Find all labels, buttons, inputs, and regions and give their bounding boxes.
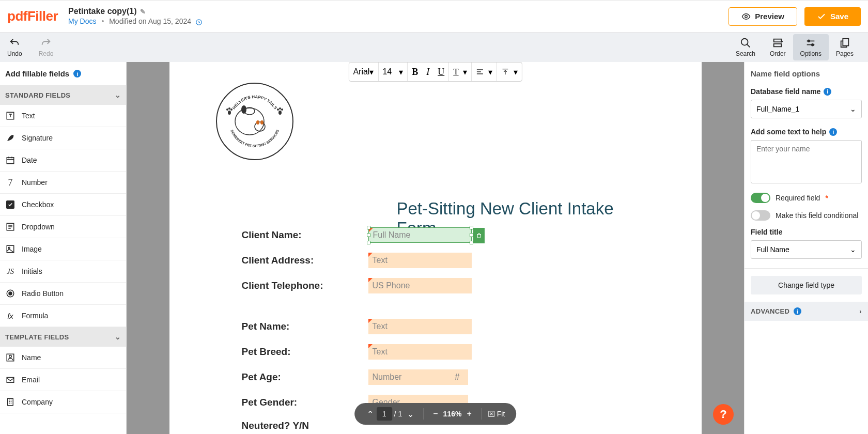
field-name[interactable]: Name [0,347,126,369]
field-checkbox[interactable]: Checkbox [0,194,126,216]
history-icon[interactable] [195,19,203,26]
document-page[interactable]: HELYER'S HAPPY TAILS SOMERSET PET-SITTIN… [169,62,702,434]
field-pet-breed[interactable]: Text [368,344,472,360]
resize-handle[interactable] [367,234,370,237]
field-pet-age[interactable]: Number# [368,369,468,385]
field-signature-label: Signature [22,134,53,142]
field-text[interactable]: Text [0,105,126,127]
resize-handle[interactable] [470,241,473,244]
breadcrumb-mydocs[interactable]: My Docs [68,17,96,25]
field-client-telephone[interactable]: US Phone [368,278,472,293]
field-company[interactable]: Company [0,391,126,413]
divider [423,408,424,420]
field-client-name[interactable]: Full Name [368,227,472,243]
business-logo: HELYER'S HAPPY TAILS SOMERSET PET-SITTIN… [216,83,293,160]
template-fields-header[interactable]: TEMPLATE FIELDS ⌄ [0,327,126,347]
align-button[interactable]: ▾ [472,63,497,81]
conditional-toggle[interactable] [751,210,770,221]
field-title-select[interactable]: Full Name⌄ [751,240,862,259]
svg-point-27 [228,111,231,115]
save-button[interactable]: Save [804,7,861,26]
italic-button[interactable]: I [422,65,433,80]
redo-button[interactable]: Redo [39,37,54,57]
info-icon[interactable]: i [824,88,831,96]
text-color-button[interactable]: T▾ [449,63,471,81]
resize-handle[interactable] [367,241,370,244]
top-actions: Preview Save [729,7,861,26]
preview-button[interactable]: Preview [729,7,797,26]
redo-icon [40,37,52,49]
prev-page-button[interactable]: ⌃ [364,406,377,422]
svg-rect-18 [8,398,13,406]
label-pet-gender: Pet Gender: [242,397,368,408]
info-icon[interactable]: i [829,128,837,136]
advanced-section-header[interactable]: ADVANCED i › [745,302,868,321]
svg-text:SOMERSET PET-SITTING SERVICES: SOMERSET PET-SITTING SERVICES [230,129,280,148]
zoom-out-button[interactable]: − [430,406,441,422]
undo-button[interactable]: Undo [7,37,22,57]
placeholder-text: US Phone [373,281,410,290]
fit-button[interactable]: Fit [484,410,512,418]
resize-handle[interactable] [470,234,473,237]
svg-point-28 [226,109,228,111]
text-icon [5,111,16,121]
initials-icon: JS [5,266,16,276]
document-meta: My Docs • Modified on Aug 15, 2024 [68,17,729,25]
standard-fields-label: STANDARD FIELDS [5,91,70,99]
resize-handle[interactable] [367,226,370,229]
next-page-button[interactable]: ⌄ [404,406,417,422]
resize-handle[interactable] [470,226,473,229]
field-signature[interactable]: Signature [0,127,126,149]
search-button[interactable]: Search [729,34,763,60]
zoom-in-button[interactable]: + [463,406,474,422]
required-toggle[interactable] [751,193,770,203]
field-client-address[interactable]: Text [368,253,472,268]
options-button[interactable]: Options [793,34,829,60]
label-client-telephone: Client Telephone: [242,280,368,291]
order-label: Order [770,50,786,57]
order-button[interactable]: Order [763,34,793,60]
valign-button[interactable]: ▾ [497,63,522,81]
help-button[interactable]: ? [713,404,734,425]
db-name-select[interactable]: Full_Name_1⌄ [751,100,862,118]
number-symbol: # [455,372,459,382]
options-icon [805,37,816,49]
svg-point-14 [9,292,12,295]
pages-button[interactable]: Pages [829,34,861,60]
change-field-type-button[interactable]: Change field type [751,276,862,295]
info-icon[interactable]: i [794,307,801,315]
field-image[interactable]: Image [0,238,126,260]
chevron-down-icon: ⌄ [850,245,856,254]
size-select[interactable]: 14▾ [378,63,408,81]
add-fields-label: Add fillable fields [5,69,69,78]
search-label: Search [736,50,755,57]
check-icon [817,12,826,21]
font-select[interactable]: Arial▾ [349,63,378,81]
modified-date: Modified on Aug 15, 2024 [109,17,191,25]
valign-icon [501,68,509,76]
info-icon[interactable]: i [73,70,81,78]
delete-field-button[interactable] [473,228,485,243]
standard-fields-header[interactable]: STANDARD FIELDS ⌄ [0,85,126,105]
page-number-input[interactable] [377,407,392,421]
field-number[interactable]: 7Number [0,172,126,194]
field-pet-name[interactable]: Text [368,319,472,334]
field-initials-label: Initials [22,267,42,275]
field-dropdown[interactable]: Dropdown [0,216,126,238]
chevron-down-icon: ▾ [488,67,492,77]
svg-point-25 [256,120,259,125]
field-date[interactable]: Date [0,149,126,172]
bold-button[interactable]: B [408,65,422,80]
field-radio[interactable]: Radio Button [0,283,126,305]
field-email[interactable]: Email [0,369,126,391]
field-initials[interactable]: JSInitials [0,260,126,283]
edit-title-icon[interactable]: ✎ [140,8,146,16]
eye-icon [741,12,751,21]
field-formula[interactable]: fxFormula [0,305,126,327]
secondary-toolbar: Undo Redo Search Order Options Pages [0,33,868,62]
svg-point-34 [281,109,283,111]
db-name-value: Full_Name_1 [756,105,799,113]
underline-button[interactable]: U [433,65,448,80]
help-text-input[interactable] [751,140,862,183]
pages-label: Pages [836,50,854,57]
